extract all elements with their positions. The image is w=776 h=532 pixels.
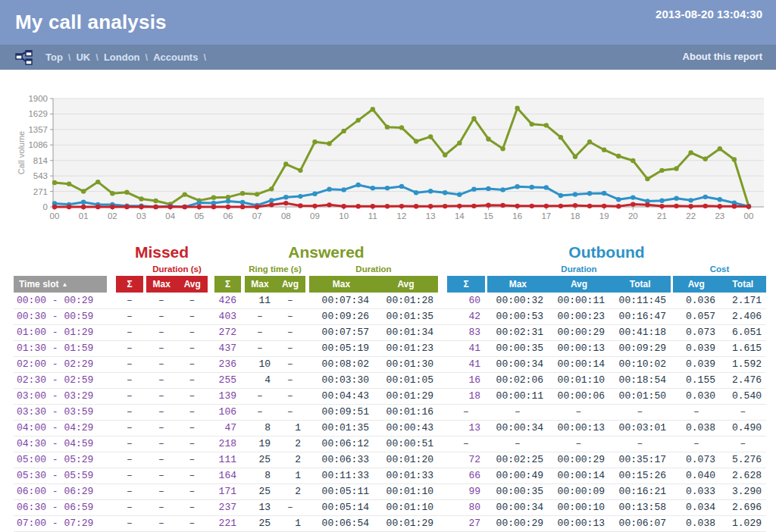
value-cell: – [116, 405, 143, 420]
column-header-ans-duration-max[interactable]: Max [309, 276, 374, 293]
value-cell: 4 [245, 373, 275, 388]
sum-cell: 164 [214, 468, 241, 483]
value-cell: 00:01:10 [548, 373, 609, 388]
value-cell: 00:09:51 [309, 405, 374, 420]
value-cell: – [146, 437, 177, 452]
column-header-cost-avg[interactable]: Avg [673, 276, 720, 293]
chart-svg: 0271543814108613571629190000010203040506… [0, 85, 776, 230]
column-header-ring-avg[interactable]: Avg [275, 276, 305, 293]
column-header-answered-sum[interactable]: Σ [214, 276, 241, 293]
value-cell: 0.155 [673, 373, 720, 388]
value-cell: – [116, 373, 143, 388]
value-cell: 00:09:29 [609, 341, 671, 356]
value-cell: 00:00:43 [374, 421, 438, 436]
value-cell: 00:01:10 [374, 500, 438, 515]
value-cell: – [609, 405, 671, 420]
value-cell: 2.406 [720, 309, 766, 324]
column-header-out-duration-max[interactable]: Max [487, 276, 549, 293]
value-cell: 00:07:57 [309, 325, 374, 340]
column-header-outbound-duration[interactable]: Max Avg Total [487, 276, 671, 293]
svg-text:22: 22 [686, 211, 696, 221]
value-cell: 00:00:51 [374, 437, 438, 452]
value-cell: – [116, 357, 143, 372]
breadcrumb-link-london[interactable]: London [104, 52, 140, 63]
value-cell: 0.039 [673, 341, 720, 356]
value-cell: 2.476 [720, 373, 766, 388]
value-cell: 0.490 [720, 421, 766, 436]
svg-text:16: 16 [512, 211, 522, 221]
timeslot-cell: 03:00 - 03:29 [14, 389, 107, 404]
table-group-header-row: Missed Answered Outbound [14, 241, 766, 261]
column-header-missed-maxavg[interactable]: Max Avg [146, 276, 208, 293]
column-header-ring-max[interactable]: Max [245, 276, 275, 293]
column-header-ringtime-maxavg[interactable]: Max Avg [245, 276, 305, 293]
column-header-cost[interactable]: Avg Total [673, 276, 766, 293]
column-header-missed-max[interactable]: Max [146, 276, 177, 293]
sitemap-icon[interactable] [15, 50, 35, 65]
value-cell: – [177, 325, 208, 340]
value-cell: 00:00:29 [487, 516, 548, 531]
sum-cell: 111 [214, 452, 241, 468]
column-header-answered-duration-maxavg[interactable]: Max Avg [309, 276, 438, 293]
table-row: 01:30 - 01:59–––437––00:05:1900:01:23410… [14, 341, 766, 357]
group-title-answered: Answered [214, 243, 438, 261]
column-header-ans-duration-avg[interactable]: Avg [374, 276, 438, 293]
value-cell: 00:06:12 [309, 437, 374, 452]
sum-cell: 47 [214, 421, 241, 436]
breadcrumb-link-uk[interactable]: UK [76, 52, 90, 63]
svg-text:14: 14 [455, 211, 465, 221]
sum-cell: 27 [447, 516, 485, 531]
value-cell: 1.615 [720, 341, 766, 356]
value-cell: 00:01:29 [374, 516, 438, 531]
value-cell: 1 [275, 468, 305, 483]
value-cell: – [146, 421, 177, 436]
timeslot-cell: 01:00 - 01:29 [14, 325, 107, 340]
timeslot-cell: 06:30 - 06:59 [14, 500, 107, 515]
svg-text:05: 05 [194, 211, 204, 221]
table-row: 03:00 - 03:29–––139––00:04:4300:01:29180… [14, 389, 766, 405]
subheader-answered-ringtime: Ring time (s) [245, 262, 305, 276]
value-cell: – [275, 389, 305, 404]
sum-cell: 41 [447, 341, 485, 356]
column-header-out-duration-total[interactable]: Total [609, 276, 671, 293]
value-cell: – [245, 341, 275, 356]
column-header-cost-total[interactable]: Total [720, 276, 767, 293]
column-header-timeslot[interactable]: Time slot▲ [14, 276, 107, 293]
value-cell: 00:01:28 [374, 293, 438, 308]
value-cell: 00:01:05 [374, 373, 438, 388]
value-cell: 6.051 [720, 325, 766, 340]
column-header-out-duration-avg[interactable]: Avg [549, 276, 610, 293]
value-cell: 00:00:09 [548, 484, 609, 499]
svg-text:0: 0 [43, 202, 48, 211]
breadcrumb-separator: \ [140, 52, 154, 63]
column-header-missed-avg[interactable]: Avg [177, 276, 208, 293]
value-cell: 0.039 [673, 357, 720, 372]
about-report-link[interactable]: About this report [683, 51, 762, 62]
value-cell: – [116, 437, 143, 452]
value-cell: – [720, 405, 766, 420]
breadcrumb-link-top[interactable]: Top [45, 52, 63, 63]
value-cell: 0.034 [673, 500, 720, 515]
breadcrumb: Top\UK\London\Accounts\ [45, 52, 211, 63]
sum-cell: 171 [214, 484, 241, 499]
svg-text:1900: 1900 [28, 94, 48, 103]
column-header-missed-sum[interactable]: Σ [116, 276, 143, 293]
value-cell: 2.628 [720, 468, 766, 483]
sum-cell: 83 [447, 325, 485, 340]
breadcrumb-link-accounts[interactable]: Accounts [153, 52, 198, 63]
timeslot-cell: 00:00 - 00:29 [14, 293, 107, 308]
value-cell: – [146, 389, 177, 404]
value-cell: 00:01:29 [374, 389, 438, 404]
report-table: Missed Answered Outbound Duration (s) Ri… [14, 241, 766, 532]
value-cell: 00:01:35 [309, 421, 374, 436]
column-header-outbound-sum[interactable]: Σ [447, 276, 485, 293]
sum-cell: 13 [447, 421, 485, 436]
breadcrumb-bar: Top\UK\London\Accounts\ About this repor… [0, 45, 776, 70]
value-cell: 00:00:29 [548, 325, 609, 340]
subheader-outbound-cost: Cost [673, 262, 766, 276]
sum-cell: 66 [447, 468, 485, 483]
svg-text:04: 04 [165, 211, 175, 221]
value-cell: 00:06:07 [609, 516, 671, 531]
value-cell: 00:00:29 [548, 452, 609, 468]
value-cell: – [146, 309, 177, 324]
